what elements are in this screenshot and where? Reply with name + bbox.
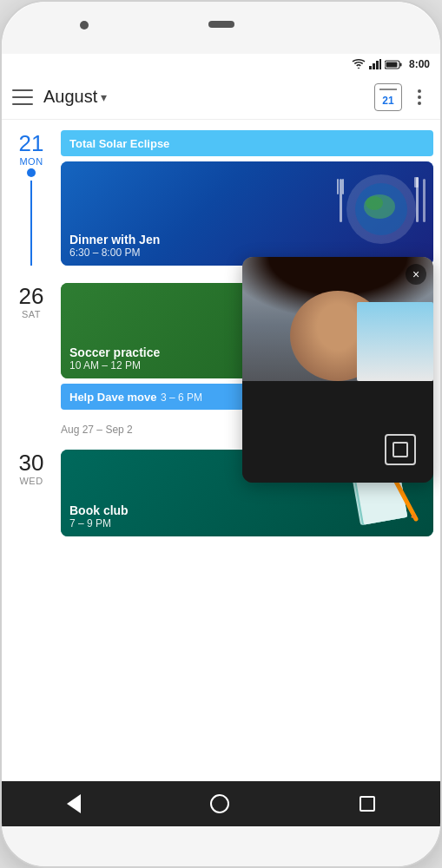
svg-rect-3 — [379, 59, 381, 69]
day-name-30: Wed — [19, 476, 43, 486]
svg-rect-5 — [399, 62, 401, 66]
svg-point-10 — [366, 196, 383, 210]
body-decoration — [242, 381, 433, 483]
day-number-30: 30 — [19, 451, 44, 474]
day-number-21: 21 — [19, 132, 44, 155]
day-name-26: Sat — [22, 309, 41, 319]
event-title-dave: Help Dave move — [69, 391, 156, 404]
day-label-30: 30 Wed — [9, 450, 54, 536]
event-book-title: Book club — [69, 503, 425, 517]
battery-icon — [385, 60, 402, 69]
status-time: 8:00 — [409, 58, 430, 70]
app-bar: August ▾ 21 — [2, 75, 440, 120]
svg-rect-13 — [342, 179, 344, 194]
timeline-line — [30, 181, 32, 266]
svg-rect-16 — [423, 179, 426, 222]
nav-recents-button[interactable] — [360, 796, 375, 812]
today-calendar-icon[interactable]: 21 — [374, 83, 402, 111]
hamburger-menu-icon[interactable] — [12, 89, 33, 105]
event-dinner-jen[interactable]: Dinner with Jen 6:30 – 8:00 PM — [61, 161, 433, 266]
event-title: Total Solar Eclipse — [69, 137, 169, 150]
wifi-icon — [352, 59, 366, 69]
event-book-overlay: Book club 7 – 9 PM — [61, 496, 433, 536]
event-book-time: 7 – 9 PM — [69, 517, 425, 529]
nav-home-button[interactable] — [210, 794, 229, 813]
svg-rect-15 — [414, 177, 419, 187]
phone-top-hardware — [2, 2, 440, 54]
lens-scan-icon[interactable] — [385, 434, 416, 465]
timeline-dot — [27, 168, 36, 177]
back-icon — [67, 794, 81, 813]
recents-icon — [360, 796, 375, 812]
status-bar: 8:00 — [2, 54, 440, 75]
dropdown-arrow-icon: ▾ — [101, 90, 107, 104]
event-time-dave: 3 – 6 PM — [161, 391, 202, 404]
phone-camera — [80, 21, 89, 30]
phone-earpiece — [208, 21, 234, 28]
day-group-aug21: 21 Mon Total Solar Eclipse — [2, 120, 440, 273]
home-icon — [210, 794, 229, 813]
app-title[interactable]: August ▾ — [43, 87, 374, 107]
more-options-icon[interactable] — [409, 87, 430, 108]
svg-rect-12 — [337, 179, 339, 194]
event-image-title: Dinner with Jen — [69, 233, 425, 247]
today-number: 21 — [382, 95, 393, 107]
signal-icon — [369, 59, 381, 69]
nav-back-button[interactable] — [67, 794, 81, 813]
background-sky — [357, 302, 433, 381]
svg-rect-2 — [376, 61, 379, 69]
popup-card[interactable]: × — [242, 257, 433, 483]
person-photo-bg: × — [242, 257, 433, 483]
status-icons: 8:00 — [352, 58, 430, 70]
day-label-21: 21 Mon — [9, 130, 54, 266]
day-name-21: Mon — [19, 156, 43, 167]
phone-screen: 8:00 August ▾ 21 21 — [2, 54, 440, 826]
day-label-26: 26 Sat — [9, 283, 54, 410]
day-number-26: 26 — [19, 285, 44, 307]
bottom-nav — [2, 781, 440, 826]
svg-rect-6 — [386, 62, 397, 67]
calendar-content: 21 Mon Total Solar Eclipse — [2, 120, 440, 781]
phone-bottom-hardware — [2, 826, 440, 866]
popup-close-button[interactable]: × — [406, 264, 426, 285]
day-events-21: Total Solar Eclipse — [61, 130, 433, 266]
phone-device: 8:00 August ▾ 21 21 — [0, 0, 442, 868]
svg-rect-0 — [369, 66, 372, 69]
svg-rect-11 — [340, 179, 342, 222]
scan-inner — [393, 442, 408, 457]
svg-rect-1 — [373, 63, 375, 69]
event-solar-eclipse[interactable]: Total Solar Eclipse — [61, 130, 433, 156]
month-title: August — [43, 87, 97, 107]
